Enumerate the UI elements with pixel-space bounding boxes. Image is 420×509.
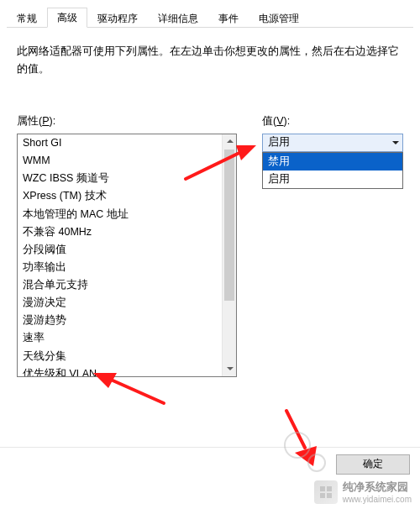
value-combobox-text: 启用 (263, 135, 388, 150)
watermark: 纯净系统家园 www.yidaimei.com (314, 480, 412, 504)
property-listbox[interactable]: Short GI WMM WZC IBSS 频道号 XPress (TM) 技术… (17, 134, 237, 377)
list-item[interactable]: 混合单元支持 (18, 276, 222, 294)
list-item[interactable]: 功率输出 (18, 258, 222, 275)
scrollbar-down-button[interactable] (223, 362, 237, 376)
list-item[interactable]: 天线分集 (18, 347, 222, 365)
list-item[interactable]: Short GI (18, 134, 222, 152)
watermark-logo-icon (314, 480, 338, 504)
combobox-option[interactable]: 启用 (263, 171, 402, 188)
tab-driver[interactable]: 驱动程序 (87, 8, 148, 28)
watermark-title: 纯净系统家园 (343, 480, 408, 493)
watermark-decoration (284, 432, 311, 459)
list-item[interactable]: 速率 (18, 329, 222, 347)
watermark-decoration (307, 454, 326, 472)
tab-events[interactable]: 事件 (208, 8, 249, 28)
chevron-up-icon (227, 139, 234, 143)
scrollbar-thumb[interactable] (224, 150, 234, 301)
list-item[interactable]: XPress (TM) 技术 (18, 187, 222, 205)
value-combobox-button[interactable] (388, 134, 402, 151)
list-item[interactable]: 优先级和 VLAN (18, 365, 222, 375)
tab-advanced[interactable]: 高级 (47, 8, 87, 28)
chevron-down-icon (392, 141, 399, 144)
description-text: 此网络适配器可使用下列属性。在左边单击你想更改的属性，然后在右边选择它的值。 (17, 43, 403, 79)
tab-bar: 常规 高级 驱动程序 详细信息 事件 电源管理 (0, 0, 420, 28)
svg-rect-9 (327, 493, 332, 498)
list-item[interactable]: 本地管理的 MAC 地址 (18, 205, 222, 223)
list-item[interactable]: 不兼容 40MHz (18, 223, 222, 240)
svg-rect-6 (320, 486, 325, 491)
list-item[interactable]: 分段阈值 (18, 240, 222, 258)
dialog-buttons: 确定 (0, 447, 420, 480)
svg-rect-7 (327, 486, 332, 491)
svg-rect-8 (320, 493, 325, 498)
list-item[interactable]: 漫游趋势 (18, 312, 222, 329)
list-item[interactable]: WZC IBSS 频道号 (18, 170, 222, 187)
property-label: 属性(P): (17, 114, 237, 129)
list-item[interactable]: WMM (18, 152, 222, 170)
tab-details[interactable]: 详细信息 (148, 8, 208, 28)
watermark-url: www.yidaimei.com (343, 495, 412, 504)
listbox-scrollbar[interactable] (222, 134, 236, 376)
tab-general[interactable]: 常规 (7, 8, 47, 28)
tab-panel-advanced: 此网络适配器可使用下列属性。在左边单击你想更改的属性，然后在右边选择它的值。 属… (0, 28, 420, 386)
list-item[interactable]: 漫游决定 (18, 294, 222, 312)
combobox-option[interactable]: 禁用 (263, 153, 402, 171)
ok-button[interactable]: 确定 (336, 454, 410, 475)
value-combobox[interactable]: 启用 禁用 启用 (262, 134, 403, 152)
tab-power[interactable]: 电源管理 (249, 8, 309, 28)
chevron-down-icon (227, 367, 234, 370)
scrollbar-up-button[interactable] (223, 134, 237, 149)
value-label: 值(V): (262, 114, 403, 129)
value-combobox-dropdown: 禁用 启用 (262, 152, 403, 189)
